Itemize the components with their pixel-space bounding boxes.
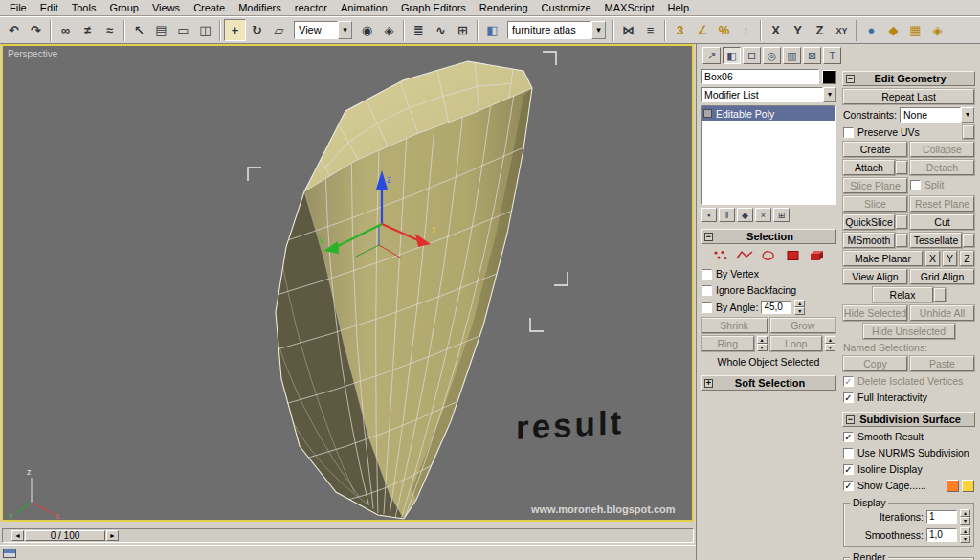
axis-z-constraint-icon[interactable]: Z (809, 19, 831, 41)
ring-spinner[interactable]: ▴▾ (757, 336, 768, 351)
split-checkbox[interactable]: Split (910, 178, 974, 191)
menu-customize[interactable]: Customize (535, 1, 598, 14)
stack-item-editable-poly[interactable]: Editable Poly (702, 106, 835, 121)
communicator-icon[interactable] (3, 549, 16, 558)
msmooth-settings-button[interactable] (896, 234, 907, 247)
display-iterations-spinner[interactable]: ▴▾ (960, 509, 970, 525)
selection-rollout-header[interactable]: − Selection (701, 229, 836, 244)
edit-geometry-rollout-header[interactable]: − Edit Geometry (842, 71, 975, 86)
render-type-icon[interactable]: ▦ (904, 19, 926, 41)
named-selection-dropdown[interactable]: furniture atlas▾ (507, 21, 606, 39)
axis-x-constraint-icon[interactable]: X (765, 19, 787, 41)
quickslice-settings-button[interactable] (896, 215, 907, 229)
select-and-link-icon[interactable]: ∞ (55, 19, 77, 41)
viewport-scene[interactable]: z x y z x y (3, 46, 692, 520)
repeat-last-button[interactable]: Repeat Last (843, 89, 974, 104)
menu-tools[interactable]: Tools (65, 1, 103, 14)
create-button[interactable]: Create (843, 142, 907, 157)
menu-file[interactable]: File (3, 1, 33, 14)
loop-button[interactable]: Loop (770, 336, 823, 351)
isoline-display-checkbox[interactable]: ✓Isoline Display (843, 462, 974, 476)
selection-filter-icon[interactable]: ◫ (194, 19, 216, 41)
object-color-swatch[interactable] (822, 70, 836, 84)
cage-selected-color-swatch[interactable] (962, 480, 974, 492)
tab-utilities[interactable]: ⊠ (803, 47, 821, 64)
smoothness-field[interactable]: 1,0 (926, 528, 957, 542)
menu-modifiers[interactable]: Modifiers (232, 1, 288, 14)
delete-isolated-vertices-checkbox[interactable]: ✓Delete Isolated Vertices (843, 374, 974, 388)
use-pivot-center-icon[interactable]: ◉ (356, 19, 378, 41)
grow-button[interactable]: Grow (770, 318, 836, 333)
ring-button[interactable]: Ring (702, 336, 754, 351)
snap-toggle-3d-icon[interactable]: 3 (669, 19, 691, 41)
render-scene-icon[interactable]: ◆ (882, 19, 904, 41)
make-planar-y-button[interactable]: Y (943, 251, 957, 266)
soft-selection-rollout-header[interactable]: + Soft Selection (701, 375, 836, 391)
make-unique-icon[interactable]: ◆ (737, 208, 753, 222)
cut-button[interactable]: Cut (910, 214, 974, 230)
select-object-icon[interactable]: ↖ (128, 19, 150, 41)
hide-unselected-button[interactable]: Hide Unselected (863, 324, 955, 339)
time-slider-thumb[interactable]: 0 / 100 (25, 530, 105, 541)
undo-icon[interactable]: ↶ (3, 19, 25, 41)
menu-animation[interactable]: Animation (334, 1, 394, 14)
by-angle-checkbox[interactable]: By Angle: (702, 301, 758, 314)
select-and-rotate-icon[interactable]: ↻ (246, 19, 268, 41)
select-by-name-icon[interactable]: ▤ (150, 19, 172, 41)
detach-button[interactable]: Detach (910, 160, 974, 175)
paste-button[interactable]: Paste (910, 356, 974, 371)
make-planar-z-button[interactable]: Z (960, 251, 974, 266)
editable-poly-object[interactable] (248, 52, 568, 519)
mirror-icon[interactable]: ⋈ (617, 19, 639, 41)
menu-create[interactable]: Create (187, 1, 232, 14)
ignore-backfacing-checkbox[interactable]: Ignore Backfacing (702, 283, 835, 297)
menu-help[interactable]: Help (661, 1, 697, 14)
curve-editor-icon[interactable]: ∿ (430, 19, 452, 41)
menu-edit[interactable]: Edit (33, 1, 65, 14)
make-planar-button[interactable]: Make Planar (843, 251, 923, 266)
angle-snap-icon[interactable]: ∠ (691, 19, 713, 41)
select-and-manipulate-icon[interactable]: ◈ (378, 19, 400, 41)
msmooth-button[interactable]: MSmooth (843, 233, 895, 248)
display-iterations-field[interactable]: 1 (926, 510, 957, 524)
time-slider-track[interactable]: ◄ 0 / 100 ► (2, 528, 694, 543)
perspective-viewport[interactable]: z x y z x y Perspective result www.moron… (1, 44, 694, 522)
next-frame-button[interactable]: ► (106, 530, 119, 541)
show-end-result-icon[interactable]: ‖ (719, 208, 735, 222)
subdivision-surface-rollout-header[interactable]: − Subdivision Surface (842, 412, 975, 427)
relax-button[interactable]: Relax (873, 287, 933, 302)
preserve-uvs-checkbox[interactable]: Preserve UVs (843, 125, 960, 139)
element-subobject-icon[interactable] (807, 248, 827, 262)
quickslice-button[interactable]: QuickSlice (843, 214, 895, 230)
collapse-button[interactable]: Collapse (910, 142, 974, 157)
align-icon[interactable]: ≡ (639, 19, 661, 41)
select-and-scale-icon[interactable]: ▱ (268, 19, 290, 41)
shrink-button[interactable]: Shrink (702, 318, 768, 333)
layer-manager-icon[interactable]: ≣ (408, 19, 430, 41)
constraints-dropdown[interactable]: None ▾ (900, 107, 974, 123)
preserve-uvs-settings-button[interactable] (963, 125, 974, 139)
schematic-view-icon[interactable]: ⊞ (452, 19, 474, 41)
modifier-stack[interactable]: Editable Poly (701, 105, 836, 205)
grid-align-button[interactable]: Grid Align (910, 269, 974, 284)
menu-group[interactable]: Group (102, 1, 145, 14)
attach-button[interactable]: Attach (843, 160, 895, 175)
reset-plane-button[interactable]: Reset Plane (910, 196, 974, 212)
rectangular-selection-region-icon[interactable]: ▭ (172, 19, 194, 41)
by-angle-spinner[interactable]: ▴▾ (794, 300, 805, 315)
slice-plane-button[interactable]: Slice Plane (843, 178, 907, 193)
previous-frame-button[interactable]: ◄ (11, 530, 24, 541)
spinner-snap-icon[interactable]: ↕ (735, 19, 757, 41)
cage-color-swatch[interactable] (947, 480, 959, 492)
use-nurms-checkbox[interactable]: Use NURMS Subdivision (843, 446, 974, 459)
full-interactivity-checkbox[interactable]: ✓Full Interactivity (843, 391, 974, 404)
select-and-move-icon[interactable]: + (224, 19, 246, 41)
viewport-label[interactable]: Perspective (8, 49, 57, 59)
axis-y-constraint-icon[interactable]: Y (787, 19, 809, 41)
smoothness-spinner[interactable]: ▴▾ (960, 527, 970, 543)
hide-selected-button[interactable]: Hide Selected (843, 305, 907, 321)
tab-create[interactable]: ↗ (702, 47, 721, 64)
modifier-list-dropdown[interactable]: Modifier List ▾ (701, 87, 836, 102)
smooth-result-checkbox[interactable]: ✓Smooth Result (843, 430, 974, 443)
tab-modify[interactable]: ◧ (723, 47, 741, 64)
